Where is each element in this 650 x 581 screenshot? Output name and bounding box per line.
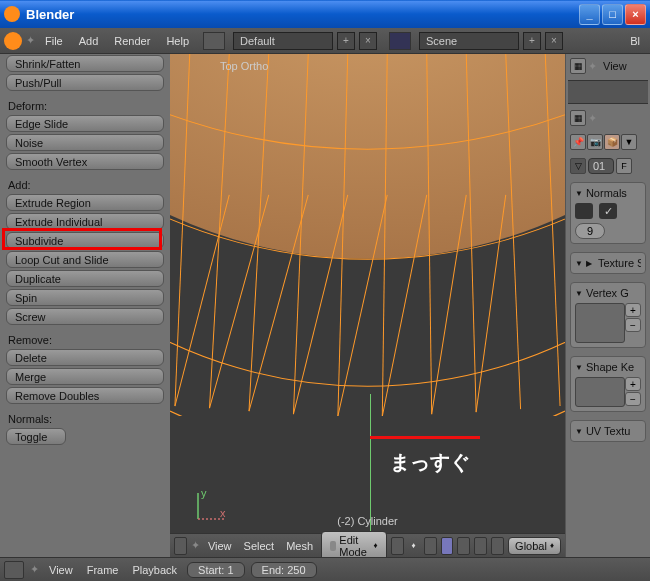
properties-panel: ▦ ✦ View ▦ ✦ 📌 📷 📦 ▼ ▽ 01 F Normals ✓ 9 [565,54,650,557]
editor-type-icon[interactable] [174,537,187,555]
texture-panel: ▶Texture S [570,252,646,274]
layout-add-button[interactable]: + [337,32,355,50]
tool-merge[interactable]: Merge [6,368,164,385]
props-type-icon[interactable]: ▦ [570,110,586,126]
tool-extrude-individual[interactable]: Extrude Individual [6,213,164,230]
normals-header: Normals: [0,409,170,427]
vertex-groups-list[interactable] [575,303,625,343]
vp-menu-view[interactable]: View [204,540,236,552]
deform-header: Deform: [0,96,170,114]
viewport-3d[interactable]: Top Ortho (-2) Cylinder まっすぐ y x ✦ View … [170,54,565,557]
layout-remove-button[interactable]: × [359,32,377,50]
texture-panel-header[interactable]: ▶Texture S [575,257,641,269]
shape-keys-header[interactable]: Shape Ke [575,361,641,373]
viewport-object-label: (-2) Cylinder [337,515,398,527]
svg-text:y: y [201,487,207,499]
timeline-menu-frame[interactable]: Frame [83,564,123,576]
tool-loop-cut[interactable]: Loop Cut and Slide [6,251,164,268]
mode-dropdown[interactable]: Edit Mode♦ [321,531,387,558]
shape-keys-panel: Shape Ke + − [570,356,646,412]
outliner-type-icon[interactable]: ▦ [570,58,586,74]
menu-separator: ✦ [26,34,35,47]
scene-remove-button[interactable]: × [545,32,563,50]
end-frame-field[interactable]: End: 250 [251,562,317,578]
tool-remove-doubles[interactable]: Remove Doubles [6,387,164,404]
face-select-icon[interactable] [474,537,487,555]
scene-dropdown[interactable]: Scene [419,32,519,50]
vertex-groups-panel: Vertex G + − [570,282,646,348]
window-title: Blender [26,7,579,22]
mesh-preview [170,54,565,416]
timeline-menu-view[interactable]: View [45,564,77,576]
right-label: Bl [624,33,646,49]
pivot-icon[interactable] [424,537,437,555]
object-data-icon[interactable]: ▽ [570,158,586,174]
timeline-type-icon[interactable] [4,561,24,579]
minimize-button[interactable]: _ [579,4,600,25]
scene-icon[interactable] [389,32,411,50]
start-frame-field[interactable]: Start: 1 [187,562,244,578]
close-button[interactable]: × [625,4,646,25]
timeline-header: ✦ View Frame Playback Start: 1 End: 250 [0,557,650,581]
tool-extrude-region[interactable]: Extrude Region [6,194,164,211]
normals-checkbox-2[interactable]: ✓ [599,203,617,219]
layout-button[interactable] [203,32,225,50]
axis-gizmo: y x [190,487,230,527]
scene-add-button[interactable]: + [523,32,541,50]
axis-y [370,394,371,534]
normals-panel: Normals ✓ 9 [570,182,646,244]
blender-logo-icon[interactable] [4,32,22,50]
sk-remove-button[interactable]: − [625,392,641,406]
render-tab-icon[interactable]: 📷 [587,134,603,150]
add-header: Add: [0,175,170,193]
normals-toggle[interactable]: Toggle [6,428,66,445]
outliner-menu-view[interactable]: View [599,58,631,74]
vertex-select-icon[interactable] [441,537,454,555]
timeline-menu-playback[interactable]: Playback [128,564,181,576]
datablock-field[interactable]: 01 [588,158,614,174]
normals-size-field[interactable]: 9 [575,223,605,239]
tool-duplicate[interactable]: Duplicate [6,270,164,287]
tool-noise[interactable]: Noise [6,134,164,151]
menu-help[interactable]: Help [160,33,195,49]
tool-screw[interactable]: Screw [6,308,164,325]
shape-keys-list[interactable] [575,377,625,407]
fake-user-button[interactable]: F [616,158,632,174]
tool-spin[interactable]: Spin [6,289,164,306]
vertex-groups-header[interactable]: Vertex G [575,287,641,299]
annotation-text: まっすぐ [390,449,470,476]
scene-tab-icon[interactable]: 📦 [604,134,620,150]
blender-app-icon [4,6,20,22]
limit-selection-icon[interactable] [491,537,504,555]
uv-texture-header[interactable]: UV Textu [575,425,641,437]
vg-add-button[interactable]: + [625,303,641,317]
viewport-header: ✦ View Select Mesh Edit Mode♦ ♦ Global♦ [170,533,565,557]
tool-push-pull[interactable]: Push/Pull [6,74,164,91]
screen-layout-dropdown[interactable]: Default [233,32,333,50]
tool-panel: Shrink/Fatten Push/Pull Deform: Edge Sli… [0,54,170,557]
annotation-redline [370,436,480,439]
vg-remove-button[interactable]: − [625,318,641,332]
remove-header: Remove: [0,330,170,348]
normals-panel-header[interactable]: Normals [575,187,641,199]
tool-smooth-vertex[interactable]: Smooth Vertex [6,153,164,170]
normals-checkbox-1[interactable] [575,203,593,219]
world-tab-icon[interactable]: ▼ [621,134,637,150]
vp-menu-mesh[interactable]: Mesh [282,540,317,552]
pin-icon[interactable]: 📌 [570,134,586,150]
edge-select-icon[interactable] [457,537,470,555]
orientation-dropdown[interactable]: Global♦ [508,537,561,555]
svg-text:x: x [220,507,226,519]
tool-shrink-fatten[interactable]: Shrink/Fatten [6,55,164,72]
vp-menu-select[interactable]: Select [240,540,279,552]
menu-render[interactable]: Render [108,33,156,49]
sk-add-button[interactable]: + [625,377,641,391]
uv-texture-panel: UV Textu [570,420,646,442]
tool-delete[interactable]: Delete [6,349,164,366]
maximize-button[interactable]: □ [602,4,623,25]
tool-subdivide[interactable]: Subdivide [6,232,164,249]
shading-icon[interactable] [391,537,404,555]
menu-add[interactable]: Add [73,33,105,49]
tool-edge-slide[interactable]: Edge Slide [6,115,164,132]
menu-file[interactable]: File [39,33,69,49]
